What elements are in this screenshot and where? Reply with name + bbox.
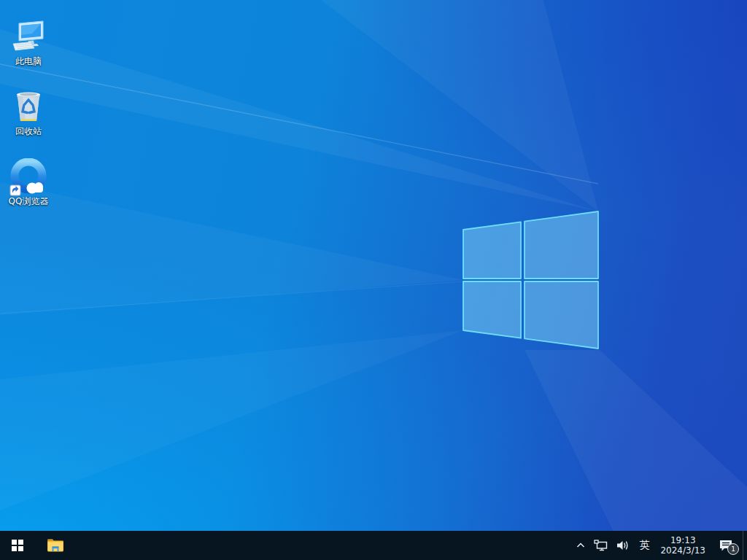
system-tray: 英 19:13 2024/3/13 1 [571, 531, 747, 560]
desktop-icon-recycle-bin[interactable]: 回收站 [1, 76, 56, 136]
qq-browser-icon [9, 158, 47, 196]
start-button[interactable] [0, 531, 35, 560]
notification-count-badge: 1 [727, 543, 739, 555]
windows-logo-wallpaper [463, 211, 598, 349]
wallpaper-light-rays [0, 0, 747, 560]
desktop-icon-this-pc[interactable]: 此电脑 [1, 6, 56, 66]
desktop-icon-label: QQ浏览器 [9, 196, 49, 206]
file-explorer-taskbar-button[interactable] [41, 531, 70, 560]
this-pc-icon [10, 18, 47, 56]
clock-date: 2024/3/13 [660, 545, 705, 556]
chevron-up-icon [575, 540, 587, 551]
recycle-bin-icon [10, 88, 47, 126]
volume-tray-button[interactable] [612, 531, 634, 560]
windows-logo-icon [12, 540, 23, 551]
desktop-icon-column: 此电脑 回收站 [1, 6, 56, 206]
action-center-button[interactable]: 1 [711, 531, 743, 560]
windows-desktop: 此电脑 回收站 [0, 0, 747, 560]
network-icon [594, 539, 608, 552]
show-desktop-button[interactable] [743, 531, 747, 560]
shortcut-arrow-badge [10, 185, 20, 195]
show-hidden-icons-button[interactable] [571, 531, 590, 560]
speaker-icon [616, 539, 630, 552]
taskbar-empty-area [70, 531, 571, 560]
desktop-icon-label: 回收站 [15, 126, 42, 136]
desktop-icon-label: 此电脑 [15, 56, 42, 66]
taskbar-clock[interactable]: 19:13 2024/3/13 [654, 531, 711, 560]
network-tray-button[interactable] [590, 531, 612, 560]
taskbar: 英 19:13 2024/3/13 1 [0, 531, 747, 560]
desktop-icon-qq-browser[interactable]: QQ浏览器 [1, 146, 56, 206]
clock-time: 19:13 [670, 535, 696, 545]
input-language-indicator[interactable]: 英 [634, 531, 654, 560]
file-explorer-icon [47, 538, 64, 553]
